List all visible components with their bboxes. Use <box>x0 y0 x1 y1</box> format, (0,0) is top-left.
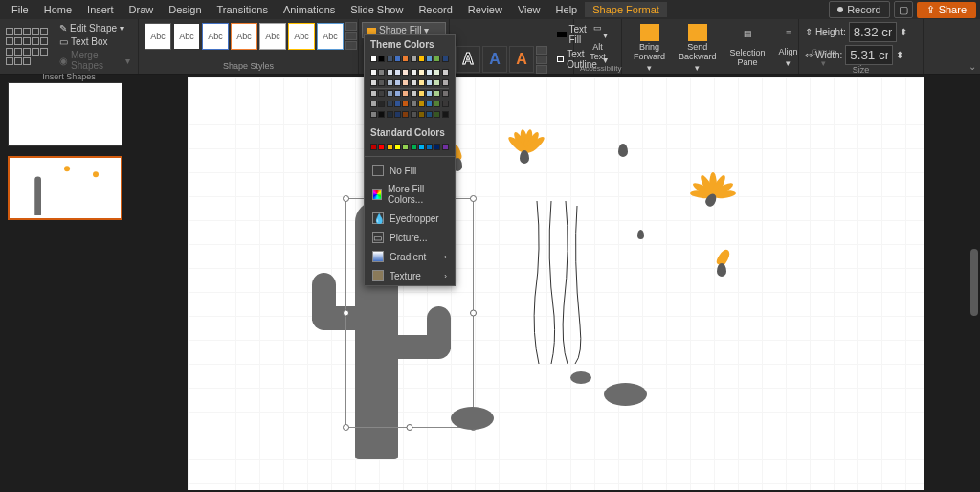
color-swatch[interactable] <box>418 90 425 97</box>
chevron-down-icon[interactable] <box>345 32 357 40</box>
color-swatch[interactable] <box>370 56 377 62</box>
menu-animations[interactable]: Animations <box>276 2 343 17</box>
style-preset[interactable]: Abc <box>173 23 200 50</box>
style-preset[interactable]: Abc <box>231 23 257 50</box>
color-swatch[interactable] <box>394 144 401 150</box>
canvas[interactable] <box>131 75 980 492</box>
color-swatch[interactable] <box>402 101 409 107</box>
color-swatch[interactable] <box>411 144 417 150</box>
vertical-scrollbar[interactable] <box>969 77 978 490</box>
spinner-icon[interactable]: ⬍ <box>900 27 907 37</box>
color-swatch[interactable] <box>378 69 385 76</box>
color-swatch[interactable] <box>370 101 377 107</box>
width-input[interactable] <box>845 45 893 65</box>
resize-handle[interactable] <box>343 310 349 317</box>
shapes-gallery[interactable] <box>6 28 52 66</box>
color-swatch[interactable] <box>402 56 409 62</box>
color-swatch[interactable] <box>434 111 440 118</box>
eyedropper-item[interactable]: 💧Eyedropper <box>365 209 455 228</box>
color-swatch[interactable] <box>370 90 377 97</box>
share-button[interactable]: ⇪ Share <box>917 2 976 18</box>
color-swatch[interactable] <box>426 69 433 76</box>
spinner-icon[interactable]: ⬍ <box>896 50 903 60</box>
color-swatch[interactable] <box>411 111 417 118</box>
texture-item[interactable]: Texture› <box>365 266 455 285</box>
color-swatch[interactable] <box>411 56 417 62</box>
resize-handle[interactable] <box>343 424 349 431</box>
menu-draw[interactable]: Draw <box>122 2 162 17</box>
menu-slideshow[interactable]: Slide Show <box>343 2 411 17</box>
slide[interactable] <box>188 77 924 490</box>
alt-text-button[interactable]: ▭ Alt Text <box>580 22 615 64</box>
expand-icon[interactable] <box>536 65 547 74</box>
teardrop-shape[interactable] <box>637 230 644 239</box>
color-swatch[interactable] <box>426 90 433 97</box>
color-swatch[interactable] <box>434 69 440 76</box>
present-icon[interactable]: ▢ <box>894 1 913 18</box>
color-swatch[interactable] <box>426 79 433 86</box>
color-swatch[interactable] <box>411 69 417 76</box>
slide-thumbnail-2[interactable] <box>8 156 122 220</box>
gallery-nav[interactable] <box>536 46 547 74</box>
color-swatch[interactable] <box>442 79 449 86</box>
menu-view[interactable]: View <box>510 2 548 17</box>
slide-thumbnail-1[interactable] <box>8 82 122 146</box>
color-swatch[interactable] <box>394 90 401 97</box>
wordart-preset[interactable]: A <box>482 46 507 73</box>
record-button[interactable]: Record <box>829 1 889 18</box>
height-input[interactable] <box>849 22 897 42</box>
style-preset[interactable]: Abc <box>259 23 286 50</box>
teardrop-shape[interactable] <box>717 263 726 277</box>
color-swatch[interactable] <box>434 90 440 97</box>
color-swatch[interactable] <box>402 111 409 118</box>
no-fill-item[interactable]: No Fill <box>365 161 455 180</box>
expand-icon[interactable] <box>345 41 357 50</box>
wordart-preset[interactable]: A <box>456 46 480 73</box>
menu-insert[interactable]: Insert <box>79 2 122 17</box>
color-swatch[interactable] <box>418 79 425 86</box>
color-swatch[interactable] <box>442 56 449 62</box>
color-swatch[interactable] <box>418 144 425 150</box>
color-swatch[interactable] <box>434 79 440 86</box>
ribbon-collapse-icon[interactable]: ⌄ <box>969 61 976 72</box>
color-swatch[interactable] <box>442 101 449 107</box>
color-swatch[interactable] <box>442 144 449 150</box>
color-swatch[interactable] <box>442 111 449 118</box>
chevron-down-icon[interactable] <box>536 56 547 64</box>
text-box-button[interactable]: ▭Text Box <box>57 35 132 48</box>
bring-forward-button[interactable]: Bring Forward▾ <box>628 22 671 76</box>
color-swatch[interactable] <box>370 79 377 86</box>
color-swatch[interactable] <box>387 144 393 150</box>
wordart-preset[interactable]: A <box>509 46 534 73</box>
selection-pane-button[interactable]: ▤Selection Pane <box>724 28 771 70</box>
shape-style-gallery[interactable]: Abc Abc Abc Abc Abc Abc Abc <box>145 23 344 50</box>
menu-transitions[interactable]: Transitions <box>210 2 276 17</box>
color-swatch[interactable] <box>370 69 377 76</box>
color-swatch[interactable] <box>402 144 409 150</box>
color-swatch[interactable] <box>394 69 401 76</box>
color-swatch[interactable] <box>411 101 417 107</box>
color-swatch[interactable] <box>394 111 401 118</box>
style-preset[interactable]: Abc <box>202 23 229 50</box>
color-swatch[interactable] <box>378 144 385 150</box>
gallery-nav[interactable] <box>345 22 357 50</box>
resize-handle[interactable] <box>470 195 477 202</box>
color-swatch[interactable] <box>442 69 449 76</box>
color-swatch[interactable] <box>442 90 449 97</box>
teardrop-shape[interactable] <box>618 144 628 157</box>
color-swatch[interactable] <box>387 90 393 97</box>
color-swatch[interactable] <box>418 101 425 107</box>
more-colors-item[interactable]: More Fill Colors... <box>365 180 455 209</box>
color-swatch[interactable] <box>378 101 385 107</box>
gradient-item[interactable]: Gradient› <box>365 247 455 266</box>
rock-shape[interactable] <box>451 407 494 430</box>
color-swatch[interactable] <box>378 79 385 86</box>
rock-shape[interactable] <box>604 383 647 406</box>
picture-fill-item[interactable]: ▭Picture... <box>365 228 455 247</box>
color-swatch[interactable] <box>402 79 409 86</box>
menu-record[interactable]: Record <box>411 2 459 17</box>
color-swatch[interactable] <box>387 79 393 86</box>
scroll-thumb[interactable] <box>970 249 978 316</box>
chevron-up-icon[interactable] <box>536 46 547 55</box>
color-swatch[interactable] <box>387 111 393 118</box>
